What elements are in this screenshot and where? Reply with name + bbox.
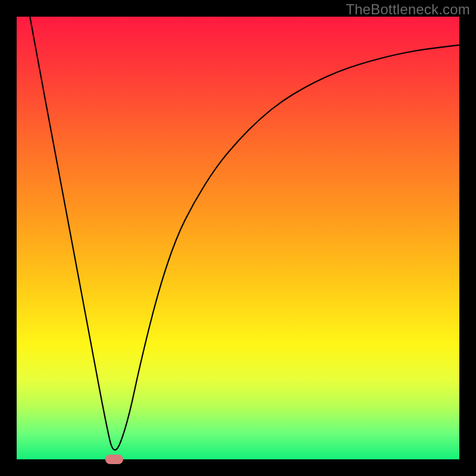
watermark-text: TheBottleneck.com [346, 1, 470, 18]
chart-frame: TheBottleneck.com [0, 0, 476, 476]
bottleneck-curve-path [30, 17, 459, 450]
optimal-point-marker [105, 455, 123, 464]
curve-svg [17, 17, 459, 459]
chart-plot-area [17, 17, 459, 459]
